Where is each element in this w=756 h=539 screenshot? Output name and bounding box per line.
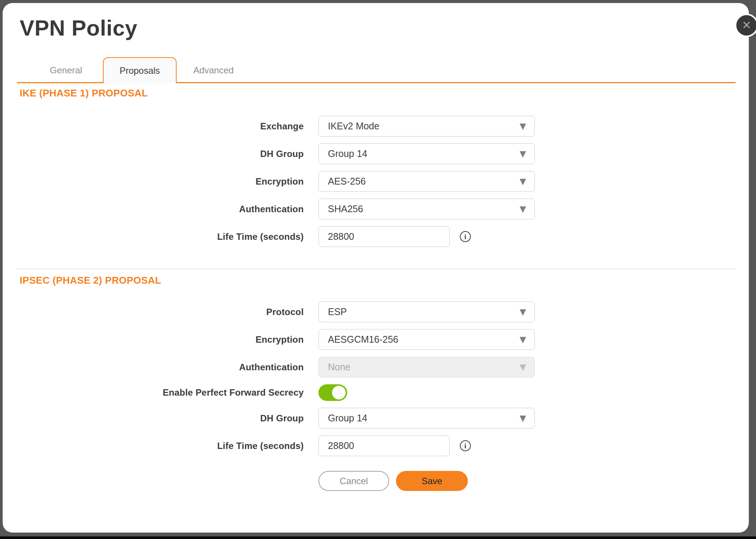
dropdown-value: ESP [328,306,347,317]
page-title: VPN Policy [17,3,736,40]
row-label: Authentication [17,204,304,214]
form-row-exchange: Exchange IKEv2 Mode ▼ [17,116,736,137]
chevron-down-icon: ▼ [520,335,526,344]
dropdown-value: AES-256 [328,176,366,187]
life-time-input-phase2[interactable] [318,435,450,456]
dropdown-value: AESGCM16-256 [328,334,398,345]
tab-advanced[interactable]: Advanced [177,57,250,83]
dh-group-dropdown[interactable]: Group 14 ▼ [318,143,535,164]
info-icon-glyph: i [464,233,466,241]
row-label: Life Time (seconds) [17,231,304,242]
chevron-down-icon: ▼ [520,121,526,131]
dropdown-value: SHA256 [328,203,363,214]
form-row-dh-group-phase2: DH Group Group 14 ▼ [17,408,736,429]
dh-group-dropdown-phase2[interactable]: Group 14 ▼ [318,408,535,429]
cancel-button[interactable]: Cancel [318,471,389,491]
chevron-down-icon: ▼ [520,413,526,423]
encryption-dropdown[interactable]: AES-256 ▼ [318,171,535,192]
tab-proposals[interactable]: Proposals [103,57,177,83]
chevron-down-icon: ▼ [520,362,526,372]
section-heading-ike-phase1: IKE (PHASE 1) PROPOSAL [17,88,736,98]
tab-bar: General Proposals Advanced [17,57,736,83]
dropdown-value: None [328,362,351,373]
backdrop-bottom-bar [0,536,756,539]
row-label: DH Group [17,413,304,424]
row-label: Encryption [17,334,304,345]
chevron-down-icon: ▼ [520,307,526,317]
life-time-input[interactable] [318,226,450,247]
form-row-life-time: Life Time (seconds) i [17,226,736,247]
dropdown-value: IKEv2 Mode [328,121,379,132]
row-label: Life Time (seconds) [17,441,304,451]
section-divider [17,269,736,269]
info-icon[interactable]: i [460,440,471,451]
row-label: Encryption [17,176,304,187]
form-row-dh-group: DH Group Group 14 ▼ [17,143,736,164]
section-heading-ipsec-phase2: IPSEC (PHASE 2) PROPOSAL [17,275,736,285]
encryption-dropdown-phase2[interactable]: AESGCM16-256 ▼ [318,329,535,350]
authentication-dropdown-phase2: None ▼ [318,357,535,377]
toggle-knob [332,386,346,399]
form-row-life-time-phase2: Life Time (seconds) i [17,435,736,456]
chevron-down-icon: ▼ [520,149,526,158]
dropdown-value: Group 14 [328,148,367,159]
chevron-down-icon: ▼ [520,177,526,186]
chevron-down-icon: ▼ [520,204,526,214]
info-icon[interactable]: i [460,231,471,242]
close-button[interactable]: ✕ [735,14,756,37]
pfs-toggle[interactable] [318,384,347,401]
tab-advanced-label: Advanced [193,65,234,76]
info-icon-glyph: i [464,442,466,450]
exchange-dropdown[interactable]: IKEv2 Mode ▼ [318,116,535,137]
tab-general[interactable]: General [29,57,103,83]
row-label: DH Group [17,149,304,159]
close-icon: ✕ [742,20,751,31]
row-label: Authentication [17,362,304,373]
form-row-authentication: Authentication SHA256 ▼ [17,199,736,219]
form-row-pfs: Enable Perfect Forward Secrecy [17,384,736,401]
vpn-policy-dialog: ✕ VPN Policy General Proposals Advanced … [3,3,749,533]
footer: Cancel Save [318,471,736,491]
row-label: Protocol [17,307,304,317]
authentication-dropdown[interactable]: SHA256 ▼ [318,199,535,219]
save-button[interactable]: Save [396,471,468,491]
form-row-encryption-phase2: Encryption AESGCM16-256 ▼ [17,329,736,350]
row-label: Enable Perfect Forward Secrecy [17,387,304,398]
tab-general-label: General [50,65,82,76]
form-row-protocol: Protocol ESP ▼ [17,301,736,322]
form-row-authentication-phase2: Authentication None ▼ [17,357,736,377]
tab-proposals-label: Proposals [120,65,160,76]
dropdown-value: Group 14 [328,413,367,424]
row-label: Exchange [17,121,304,132]
protocol-dropdown[interactable]: ESP ▼ [318,301,535,322]
form-row-encryption: Encryption AES-256 ▼ [17,171,736,192]
